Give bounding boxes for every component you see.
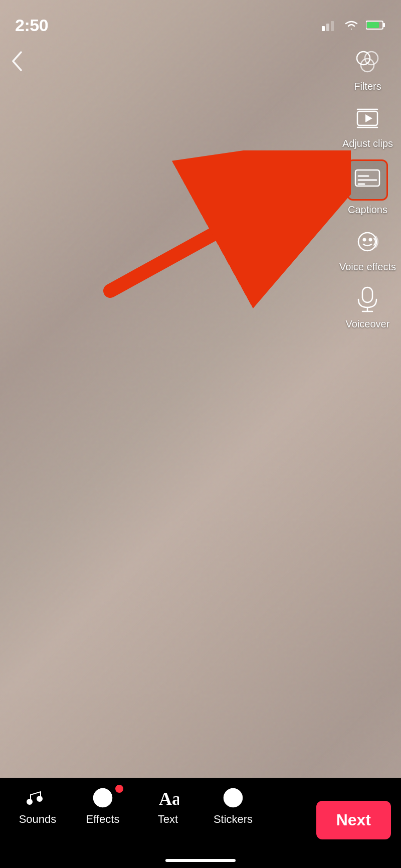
svg-point-30 <box>228 794 231 797</box>
svg-point-25 <box>27 799 33 805</box>
stickers-label: Stickers <box>214 813 253 826</box>
svg-point-29 <box>224 789 242 807</box>
nav-items: Sounds Effects Aa Text <box>0 787 306 826</box>
svg-point-17 <box>358 233 376 251</box>
svg-rect-2 <box>331 21 334 31</box>
nav-item-stickers[interactable]: Stickers <box>200 787 266 826</box>
adjust-clips-icon <box>351 102 383 134</box>
captions-label: Captions <box>348 204 387 216</box>
back-button[interactable] <box>10 50 24 77</box>
filters-label: Filters <box>354 80 381 92</box>
effects-badge <box>115 785 123 793</box>
svg-marker-10 <box>365 114 372 122</box>
bottom-navigation: Sounds Effects Aa Text <box>0 778 401 868</box>
captions-icon <box>351 164 383 196</box>
status-icons <box>322 19 386 32</box>
voiceover-label: Voiceover <box>346 318 390 330</box>
sounds-icon <box>27 787 49 809</box>
stickers-icon <box>222 787 244 809</box>
status-bar: 2:50 <box>0 0 401 40</box>
svg-text:Aa: Aa <box>159 789 179 809</box>
signal-icon <box>322 19 337 31</box>
captions-highlight <box>347 159 388 201</box>
text-icon: Aa <box>157 787 179 809</box>
filters-icon <box>351 45 383 77</box>
voice-effects-icon <box>351 226 383 258</box>
sounds-label: Sounds <box>19 813 57 826</box>
voice-effects-label: Voice effects <box>339 261 396 273</box>
svg-rect-0 <box>322 26 325 31</box>
effects-label: Effects <box>86 813 120 826</box>
voice-effects-tool[interactable]: Voice effects <box>339 226 396 273</box>
svg-rect-20 <box>362 287 372 302</box>
svg-point-26 <box>37 796 43 802</box>
svg-point-31 <box>235 794 238 797</box>
voiceover-icon <box>351 283 383 315</box>
svg-rect-4 <box>383 23 385 27</box>
nav-item-effects[interactable]: Effects <box>70 787 135 826</box>
battery-icon <box>366 20 386 31</box>
adjust-clips-tool[interactable]: Adjust clips <box>342 102 393 149</box>
next-button[interactable]: Next <box>316 801 391 839</box>
svg-point-18 <box>363 238 366 242</box>
nav-item-sounds[interactable]: Sounds <box>5 787 70 826</box>
effects-icon <box>92 787 114 809</box>
wifi-icon <box>343 19 360 32</box>
captions-tool[interactable]: Captions <box>345 159 390 216</box>
svg-rect-5 <box>367 22 379 28</box>
status-time: 2:50 <box>15 16 48 35</box>
nav-item-text[interactable]: Aa Text <box>135 787 200 826</box>
filters-tool[interactable]: Filters <box>345 45 390 92</box>
text-label: Text <box>158 813 178 826</box>
svg-rect-1 <box>326 24 329 31</box>
adjust-clips-label: Adjust clips <box>342 137 393 149</box>
right-toolbar: Filters Adjust clips Capti <box>339 45 396 330</box>
voiceover-tool[interactable]: Voiceover <box>345 283 390 330</box>
svg-point-19 <box>369 238 372 242</box>
home-indicator <box>165 859 236 862</box>
